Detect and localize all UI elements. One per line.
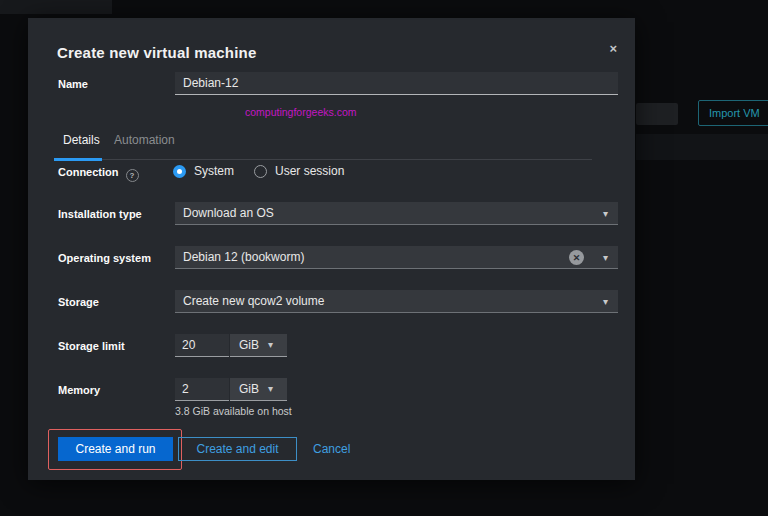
- radio-user-session-label: User session: [275, 164, 344, 178]
- memory-input[interactable]: [175, 378, 229, 401]
- operating-system-value: Debian 12 (bookworm): [183, 250, 304, 264]
- radio-system[interactable]: System: [173, 164, 234, 178]
- filter-input[interactable]: [636, 103, 678, 125]
- storage-limit-unit-value: GiB: [239, 338, 259, 352]
- caret-down-icon: ▾: [603, 209, 608, 219]
- installation-type-label: Installation type: [58, 208, 142, 220]
- page: Import VM Create new virtual machine × N…: [0, 0, 768, 516]
- tabs-bar: Details Automation: [54, 130, 592, 160]
- installation-type-value: Download an OS: [183, 206, 274, 220]
- operating-system-label: Operating system: [58, 252, 151, 264]
- name-input[interactable]: [175, 72, 618, 95]
- create-and-edit-button[interactable]: Create and edit: [178, 437, 297, 461]
- caret-down-icon: ▾: [268, 384, 273, 394]
- tab-automation-label: Automation: [114, 133, 175, 147]
- cancel-button[interactable]: Cancel: [313, 437, 350, 461]
- import-vm-button[interactable]: Import VM: [698, 100, 768, 126]
- radio-selected-icon: [173, 165, 186, 178]
- create-and-run-button[interactable]: Create and run: [58, 437, 173, 461]
- storage-select[interactable]: Create new qcow2 volume ▾: [175, 290, 618, 313]
- memory-unit-value: GiB: [239, 382, 259, 396]
- storage-value: Create new qcow2 volume: [183, 294, 324, 308]
- tab-details-label: Details: [63, 133, 100, 147]
- clear-icon[interactable]: ✕: [569, 250, 584, 265]
- installation-type-select[interactable]: Download an OS ▾: [175, 202, 618, 225]
- storage-limit-unit-select[interactable]: GiB ▾: [230, 334, 287, 357]
- caret-down-icon: ▾: [268, 340, 273, 350]
- close-icon[interactable]: ×: [609, 42, 617, 55]
- masthead-strip: [0, 0, 112, 14]
- dialog-title: Create new virtual machine: [57, 44, 256, 61]
- memory-label: Memory: [58, 384, 100, 396]
- radio-user-session[interactable]: User session: [254, 164, 344, 178]
- active-tab-underline: [54, 158, 102, 161]
- storage-label: Storage: [58, 296, 99, 308]
- caret-down-icon: ▾: [603, 297, 608, 307]
- tab-automation[interactable]: Automation: [114, 133, 175, 147]
- storage-limit-input[interactable]: [175, 334, 229, 357]
- create-vm-dialog: Create new virtual machine × Name comput…: [28, 18, 635, 480]
- connection-label-text: Connection: [58, 166, 119, 178]
- connection-label: Connection?: [58, 166, 139, 182]
- memory-unit-select[interactable]: GiB ▾: [230, 378, 287, 401]
- radio-unselected-icon: [254, 165, 267, 178]
- storage-limit-label: Storage limit: [58, 340, 125, 352]
- tab-details[interactable]: Details: [63, 133, 100, 147]
- connection-radio-group: System User session: [173, 164, 344, 178]
- caret-down-icon: ▾: [603, 253, 608, 263]
- vm-table-band: [636, 134, 768, 160]
- name-label: Name: [58, 78, 88, 90]
- radio-system-label: System: [194, 164, 234, 178]
- memory-helper-text: 3.8 GiB available on host: [175, 405, 292, 417]
- watermark-text: computingforgeeks.com: [245, 106, 356, 118]
- help-icon[interactable]: ?: [126, 169, 139, 182]
- operating-system-select[interactable]: Debian 12 (bookworm) ✕ ▾: [175, 246, 618, 269]
